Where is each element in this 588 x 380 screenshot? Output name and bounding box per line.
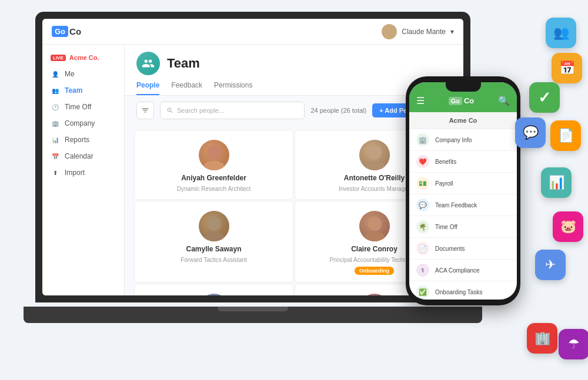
sidebar-item-label: Reports	[65, 136, 89, 144]
svg-point-3	[364, 161, 385, 170]
svg-point-1	[203, 161, 225, 170]
svg-point-2	[368, 146, 382, 160]
chart-float-icon: 📊	[541, 167, 572, 198]
reports-icon: 📊	[51, 135, 60, 144]
me-icon: 👤	[51, 69, 60, 79]
benefits-icon: ❤️	[416, 155, 429, 168]
person-name: Claire Conroy	[351, 245, 397, 253]
avatar	[359, 140, 390, 170]
phone-device: ☰ Go Co 🔍 Acme Co 🏢 Company Info ❤️ Bene…	[406, 76, 520, 305]
avatar	[359, 211, 390, 241]
tab-feedback[interactable]: Feedback	[171, 81, 202, 95]
umbrella-float-icon: ☂	[559, 329, 588, 359]
sidebar-item-label: Me	[65, 70, 75, 78]
menu-item-label: Onboarding Tasks	[435, 289, 482, 295]
building-float-icon: 🏢	[527, 323, 557, 354]
list-item[interactable]: ⚕ ACA Compliance	[409, 260, 517, 281]
sidebar-item-label: Time Off	[65, 103, 91, 111]
svg-point-7	[364, 232, 385, 241]
person-title: Dynamic Research Architect	[177, 186, 251, 192]
list-item[interactable]: 🏢 Company Info	[409, 129, 517, 151]
sidebar-item-reports[interactable]: 📊 Reports	[42, 132, 124, 148]
phone-menu-icon: ☰	[416, 95, 425, 106]
table-row[interactable]: Camylle Sawayn Forward Tactics Assistant	[134, 201, 293, 283]
laptop-body: Go Co Claude Mante ▾ LIVE Acme Co.	[35, 12, 470, 302]
document-float-icon: 📄	[550, 120, 581, 151]
avatar	[359, 294, 390, 295]
company-icon: 🏢	[51, 119, 60, 128]
onboarding-tasks-icon: ✅	[416, 285, 429, 298]
check-float-icon: ✓	[529, 82, 560, 113]
chat-float-icon: 💬	[515, 117, 546, 148]
person-name: Aniyah Greenfelder	[181, 174, 246, 182]
person-name: Antonette O'Reilly	[344, 174, 405, 182]
header-user-area[interactable]: Claude Mante ▾	[382, 24, 454, 39]
list-item[interactable]: 💵 Payroll	[409, 173, 517, 194]
sidebar-item-import[interactable]: ⬆ Import	[42, 164, 124, 181]
menu-item-label: Payroll	[435, 180, 453, 187]
svg-point-5	[203, 232, 225, 241]
svg-point-6	[368, 217, 382, 231]
sidebar-item-time-off[interactable]: 🕐 Time Off	[42, 99, 124, 115]
menu-item-label: Benefits	[435, 159, 456, 165]
filter-button[interactable]	[136, 102, 154, 119]
phone-logo-co: Co	[464, 96, 474, 105]
app-layout: LIVE Acme Co. 👤 Me 👥 Team 🕐 Time Off	[42, 45, 463, 295]
svg-point-0	[207, 146, 221, 160]
sidebar: LIVE Acme Co. 👤 Me 👥 Team 🕐 Time Off	[42, 45, 125, 295]
user-avatar	[382, 24, 397, 39]
sidebar-item-company[interactable]: 🏢 Company	[42, 115, 124, 132]
avatar	[199, 294, 229, 295]
live-badge: LIVE	[51, 55, 66, 61]
person-title: Forward Tactics Assistant	[181, 257, 247, 263]
sidebar-item-calendar[interactable]: 📅 Calendar	[42, 148, 124, 164]
table-row[interactable]: Dan Hegmann Legacy Solutions Associate	[134, 284, 293, 295]
table-row[interactable]: Aniyah Greenfelder Dynamic Research Arch…	[134, 130, 293, 200]
avatar	[199, 140, 229, 170]
menu-item-label: Time Off	[435, 224, 457, 230]
company-name: Acme Co.	[69, 54, 99, 61]
phone-body: ☰ Go Co 🔍 Acme Co 🏢 Company Info ❤️ Bene…	[406, 76, 520, 305]
menu-item-label: ACA Compliance	[435, 267, 480, 274]
list-item[interactable]: ✅ Onboarding Tasks	[409, 281, 517, 300]
page-tabs: People Feedback Permissions	[136, 81, 452, 95]
phone-logo: Go Co	[449, 96, 475, 105]
company-info-icon: 🏢	[416, 133, 429, 146]
page-title: Team	[167, 56, 200, 71]
plane-float-icon: ✈	[535, 250, 566, 280]
people-count: 24 people (26 total)	[310, 107, 366, 114]
app-logo: Go Co	[52, 26, 81, 37]
calendar-float-icon: 📅	[552, 53, 582, 83]
phone-screen: ☰ Go Co 🔍 Acme Co 🏢 Company Info ❤️ Bene…	[409, 82, 517, 300]
calendar-icon: 📅	[51, 152, 60, 161]
dropdown-arrow-icon: ▾	[450, 28, 454, 36]
team-icon: 👥	[51, 86, 60, 95]
payroll-icon: 💵	[416, 177, 429, 190]
floating-icons-panel: 👥 📅 ✓ 📄 💬 📊 🐷 ✈ 🏢 ☂	[517, 0, 588, 380]
sidebar-item-label: Import	[65, 169, 85, 177]
page-title-row: Team	[136, 52, 452, 75]
piggy-float-icon: 🐷	[553, 211, 583, 242]
sidebar-item-team[interactable]: 👥 Team	[42, 82, 124, 99]
onboarding-badge: Onboarding	[355, 267, 394, 275]
team-avatar	[136, 52, 160, 75]
person-title: Investor Accounts Manager	[339, 186, 410, 192]
team-feedback-icon: 💬	[416, 199, 429, 211]
aca-icon: ⚕	[416, 264, 429, 277]
search-box[interactable]: Search people...	[160, 102, 305, 119]
list-item[interactable]: ❤️ Benefits	[409, 151, 517, 173]
menu-item-label: Documents	[435, 246, 465, 252]
sidebar-item-me[interactable]: 👤 Me	[42, 66, 124, 82]
list-item[interactable]: 💬 Team Feedback	[409, 194, 517, 216]
phone-logo-go: Go	[449, 97, 462, 105]
laptop-screen: Go Co Claude Mante ▾ LIVE Acme Co.	[42, 19, 463, 295]
phone-company-name: Acme Co	[409, 112, 517, 129]
svg-point-4	[207, 217, 221, 231]
list-item[interactable]: 🌴 Time Off	[409, 216, 517, 238]
list-item[interactable]: 📄 Documents	[409, 238, 517, 260]
tab-permissions[interactable]: Permissions	[214, 81, 252, 95]
logo-co: Co	[69, 26, 81, 36]
documents-icon: 📄	[416, 242, 429, 255]
tab-people[interactable]: People	[136, 81, 159, 95]
avatar	[199, 211, 229, 241]
